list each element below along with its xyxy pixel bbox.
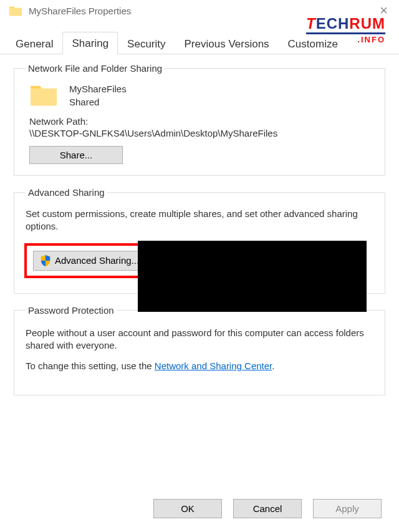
folder-name: MyShareFiles [69,82,127,95]
tab-security[interactable]: Security [118,32,175,54]
share-status: Shared [69,95,127,109]
password-link-row: To change this setting, use the Network … [26,360,373,371]
share-button[interactable]: Share... [29,146,123,164]
text: To change this setting, use the [26,360,155,371]
group-legend: Network File and Folder Sharing [26,63,165,74]
network-path-value: \\DESKTOP-GNLFKS4\Users\Admin\Desktop\My… [29,128,375,138]
network-path-label: Network Path: [29,116,375,127]
group-password-protection: Password Protection People without a use… [14,305,385,396]
window-title: MyShareFiles Properties [29,6,131,16]
apply-button[interactable]: Apply [313,499,382,518]
folder-icon [29,83,58,108]
group-network-sharing: Network File and Folder Sharing MyShareF… [14,63,385,176]
advanced-desc: Set custom permissions, create multiple … [26,208,373,233]
tab-general[interactable]: General [6,32,62,54]
ok-button[interactable]: OK [153,499,222,518]
group-legend: Advanced Sharing [26,187,107,198]
watermark: TECHRUM .INFO [306,16,385,44]
tab-sharing[interactable]: Sharing [62,32,118,54]
uac-shield-icon [40,254,51,267]
password-desc: People without a user account and passwo… [26,327,373,352]
redacted-region [138,241,367,312]
text: . [272,360,274,371]
cancel-button[interactable]: Cancel [233,499,302,518]
network-sharing-center-link[interactable]: Network and Sharing Center [155,360,272,371]
folder-icon [9,5,22,16]
group-legend: Password Protection [26,305,117,316]
advanced-sharing-label: Advanced Sharing... [55,255,139,266]
tab-previous-versions[interactable]: Previous Versions [175,32,279,54]
